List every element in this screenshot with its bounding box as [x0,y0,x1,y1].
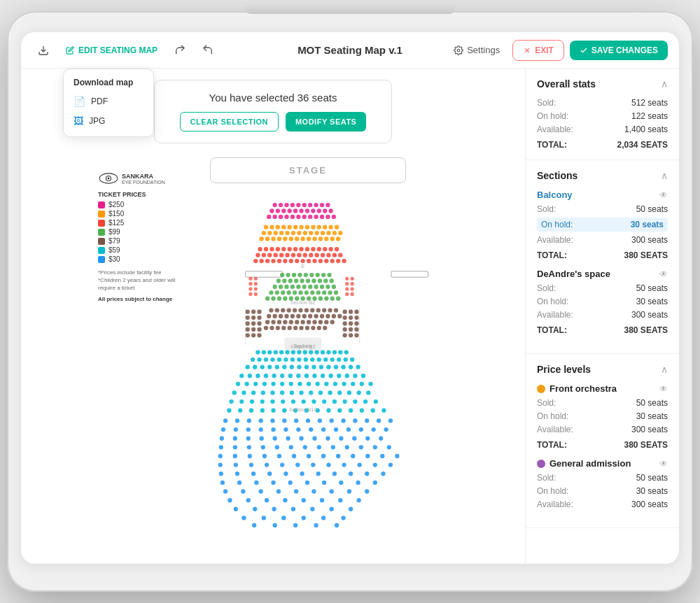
svg-point-208 [246,327,250,332]
svg-point-216 [354,310,358,314]
legend-label-59: $59 [108,246,120,254]
front-orchestra-eye-icon[interactable]: 👁 [659,384,668,394]
deandre-eye-icon[interactable]: 👁 [659,269,668,279]
legend-label-79: $79 [108,237,120,245]
edit-seating-button[interactable]: EDIT SEATING MAP [60,43,163,58]
svg-point-105 [314,253,318,257]
svg-point-398 [326,409,330,413]
svg-point-400 [349,409,353,413]
balcony-available-value: 300 seats [631,235,668,245]
svg-point-443 [352,437,356,441]
front-orchestra-subsection: Front orchestra 👁 Sold: 50 seats On hold… [537,383,668,450]
svg-point-213 [257,333,261,337]
svg-point-35 [308,215,312,219]
overall-stats-chevron[interactable]: ∧ [661,78,668,90]
seating-map-svg[interactable]: Tap/Hey [168,190,448,544]
svg-point-380 [291,399,295,404]
svg-point-366 [299,390,303,395]
svg-point-155 [320,285,324,289]
general-admission-dot [537,460,545,468]
svg-point-271 [293,326,298,330]
svg-point-134 [316,273,320,277]
total-label: TOTAL: [537,140,567,150]
svg-point-321 [319,364,323,369]
svg-point-76 [312,236,316,241]
svg-point-186 [254,282,258,285]
svg-point-320 [312,364,316,369]
legend-label-250: $250 [108,201,124,208]
edit-seating-label: EDIT SEATING MAP [78,45,158,55]
svg-point-206 [251,321,255,325]
svg-point-327 [239,374,244,378]
svg-point-225 [354,327,358,332]
download-jpg[interactable]: 🖼 JPG [64,111,153,131]
svg-point-315 [275,364,279,369]
modify-seats-button[interactable]: MODIFY SEATS [286,112,367,132]
svg-point-381 [302,399,306,404]
svg-point-190 [254,292,258,296]
svg-point-8 [279,203,283,207]
available-label: Available: [537,125,573,134]
svg-point-500 [305,481,309,485]
svg-point-527 [330,507,334,511]
svg-point-269 [281,326,286,330]
svg-point-120 [312,259,316,263]
save-changes-button[interactable]: SAVE CHANGES [570,41,668,60]
download-pdf[interactable]: 📄 PDF [64,92,153,111]
balcony-eye-icon[interactable]: 👁 [659,190,668,200]
svg-point-521 [356,498,360,502]
stage-label: STAGE [210,157,406,183]
svg-point-107 [326,253,330,257]
undo-button[interactable] [197,39,219,62]
svg-point-509 [294,489,298,493]
clear-selection-button[interactable]: CLEAR SELECTION [180,112,279,132]
svg-point-114 [277,259,281,263]
svg-point-292 [332,350,337,354]
dropdown-title: Download map [64,75,153,92]
svg-point-523 [253,507,257,511]
svg-point-517 [283,498,287,502]
svg-point-257 [283,320,287,324]
svg-point-478 [311,462,315,467]
svg-point-124 [336,259,340,263]
deandre-total: TOTAL: 380 SEATS [537,325,668,335]
svg-point-430 [359,427,363,432]
deandre-onhold: On hold: 30 seats [537,297,668,306]
svg-point-240 [334,308,338,312]
sections-chevron[interactable]: ∧ [661,170,668,181]
svg-point-218 [349,315,353,320]
legend-label-30: $30 [108,255,120,263]
svg-point-465 [307,454,311,458]
price-levels-chevron[interactable]: ∧ [661,364,668,375]
redo-button[interactable] [169,39,191,62]
svg-point-399 [337,409,342,413]
legend-item: $59 [98,246,175,254]
svg-point-374 [229,399,233,404]
svg-point-331 [272,374,276,378]
svg-point-20 [288,208,292,213]
svg-point-303 [304,357,308,362]
download-button[interactable] [32,39,55,62]
svg-point-498 [271,481,275,485]
svg-point-424 [284,427,288,432]
svg-point-457 [373,445,377,449]
svg-point-373 [366,390,370,395]
svg-point-162 [293,290,297,295]
svg-point-36 [314,215,318,219]
svg-point-139 [288,278,293,283]
svg-point-353 [324,382,328,386]
fo-onhold: On hold: 30 seats [537,411,668,421]
tablet-pencil [245,3,455,14]
exit-button[interactable]: EXIT [512,40,564,61]
svg-point-201 [257,310,261,314]
svg-point-306 [323,357,328,362]
available-stat: Available: 1,400 seats [537,125,668,134]
general-admission-eye-icon[interactable]: 👁 [659,459,668,469]
svg-point-493 [365,471,369,476]
svg-point-71 [283,236,287,241]
svg-text:Section B3: Section B3 [290,343,316,350]
svg-point-337 [321,374,325,378]
svg-point-75 [307,236,311,241]
svg-point-386 [353,399,357,404]
settings-button[interactable]: Settings [447,41,507,59]
